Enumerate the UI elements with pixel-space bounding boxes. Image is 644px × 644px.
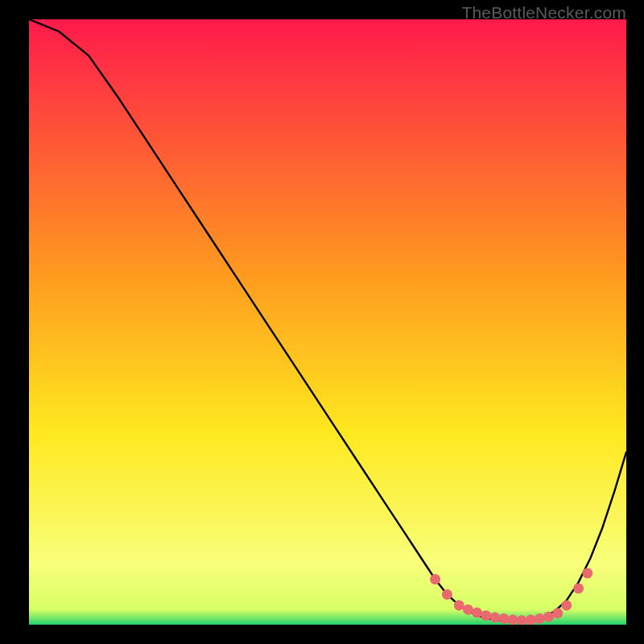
chart-svg: [29, 19, 626, 625]
curve-marker: [442, 589, 452, 600]
curve-marker: [561, 600, 572, 610]
curve-marker: [454, 600, 464, 610]
curve-marker: [481, 610, 491, 621]
watermark-text: TheBottleNecker.com: [461, 3, 626, 23]
curve-marker: [573, 583, 584, 593]
curve-marker: [508, 615, 518, 625]
curve-marker: [498, 613, 509, 624]
curve-marker: [472, 608, 482, 618]
curve-marker: [582, 568, 592, 579]
curve-marker: [430, 574, 440, 584]
curve-marker: [526, 615, 536, 625]
curve-marker: [552, 608, 563, 618]
curve-marker: [535, 613, 545, 624]
chart-frame: [29, 19, 626, 625]
curve-marker: [463, 605, 473, 615]
gradient-background: [29, 19, 626, 625]
curve-marker: [489, 613, 500, 623]
curve-marker: [543, 612, 554, 622]
